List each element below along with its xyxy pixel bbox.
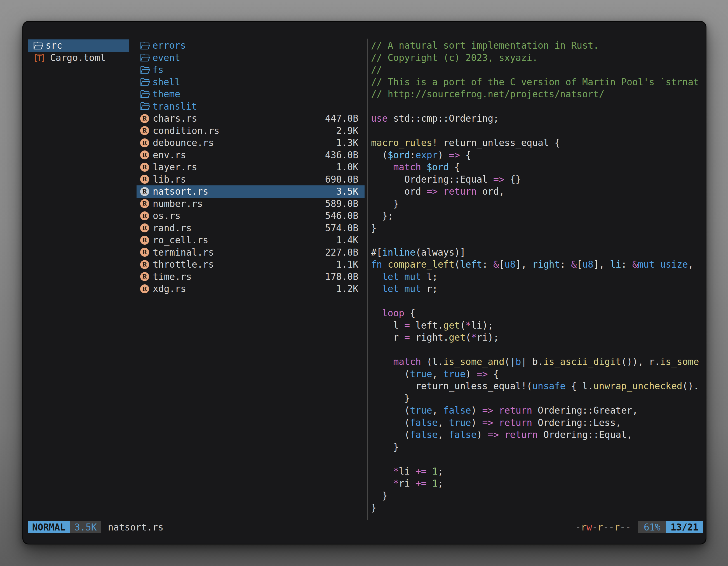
code-line: let mut r;: [371, 283, 704, 295]
folder-name: fs: [152, 64, 164, 75]
folder-row-translit[interactable]: translit: [137, 100, 365, 113]
code-line: //: [371, 64, 704, 76]
code-line: };: [371, 210, 704, 222]
rust-file-icon: R: [140, 260, 149, 269]
file-row-throttle-rs[interactable]: Rthrottle.rs1.1K: [137, 259, 365, 271]
file-row-number-rs[interactable]: Rnumber.rs589.0B: [137, 198, 365, 210]
code-line: // A natural sort implementation in Rust…: [371, 39, 704, 52]
rust-file-icon: R: [140, 114, 149, 123]
rust-file-icon: R: [140, 199, 149, 208]
file-size: 546.0B: [325, 210, 358, 221]
file-size: 2.9K: [336, 125, 358, 136]
file-size: 574.0B: [325, 223, 358, 234]
code-line: [371, 234, 704, 247]
desktop: src[T]Cargo.toml errorseventfsshelltheme…: [0, 0, 728, 566]
file-row-time-rs[interactable]: Rtime.rs178.0B: [137, 271, 365, 283]
code-line: let mut l;: [371, 271, 704, 283]
code-line: ($ord:expr) => {: [371, 149, 704, 161]
file-row-env-rs[interactable]: Renv.rs436.0B: [137, 149, 365, 161]
file-size-badge: 3.5K: [70, 521, 101, 533]
folder-row-shell[interactable]: shell: [137, 76, 365, 88]
scroll-percent-badge: 61%: [638, 521, 666, 533]
pane-divider-right: [367, 39, 368, 520]
file-name: xdg.rs: [153, 283, 186, 294]
code-line: return_unless_equal!(unsafe { l.unwrap_u…: [371, 380, 704, 392]
rust-file-icon: R: [140, 139, 149, 147]
code-line: r = right.get(*ri);: [371, 331, 704, 344]
code-line: use std::cmp::Ordering;: [371, 112, 704, 125]
open-folder-icon: [140, 66, 150, 74]
rust-file-icon: R: [140, 236, 149, 245]
file-size: 436.0B: [325, 150, 358, 161]
file-row-rand-rs[interactable]: Rrand.rs574.0B: [137, 222, 365, 234]
current-pane[interactable]: errorseventfsshellthemetranslitRchars.rs…: [137, 39, 365, 295]
rust-file-icon: R: [140, 175, 149, 184]
rust-file-icon: R: [140, 163, 149, 172]
file-row-chars-rs[interactable]: Rchars.rs447.0B: [137, 112, 365, 125]
folder-name: shell: [152, 77, 180, 88]
code-line: *ri += 1;: [371, 477, 704, 490]
code-line: [371, 125, 704, 137]
file-size: 3.5K: [336, 186, 358, 197]
file-name: rand.rs: [153, 223, 192, 234]
open-folder-icon: [33, 41, 43, 50]
file-row-ro-cell-rs[interactable]: Rro_cell.rs1.4K: [137, 234, 365, 247]
code-line: macro_rules! return_unless_equal {: [371, 137, 704, 149]
pane-divider-left: [132, 39, 132, 520]
code-line: (false, true) => return Ordering::Less,: [371, 417, 704, 429]
code-line: (false, false) => return Ordering::Equal…: [371, 429, 704, 441]
folder-row-errors[interactable]: errors: [137, 39, 365, 52]
parent-item-src[interactable]: src: [28, 39, 129, 52]
status-file-name: natsort.rs: [108, 522, 164, 533]
file-size: 690.0B: [325, 174, 358, 185]
open-folder-icon: [140, 78, 150, 86]
code-line: (true, true) => {: [371, 368, 704, 380]
code-line: [371, 344, 704, 356]
file-name: condition.rs: [153, 125, 219, 136]
file-row-terminal-rs[interactable]: Rterminal.rs227.0B: [137, 247, 365, 259]
code-line: ord => return ord,: [371, 186, 704, 198]
file-row-xdg-rs[interactable]: Rxdg.rs1.2K: [137, 283, 365, 295]
code-line: }: [371, 392, 704, 405]
folder-name: event: [152, 52, 180, 63]
file-row-debounce-rs[interactable]: Rdebounce.rs1.3K: [137, 137, 365, 149]
parent-item-cargo-toml[interactable]: [T]Cargo.toml: [28, 52, 129, 64]
file-row-condition-rs[interactable]: Rcondition.rs2.9K: [137, 125, 365, 137]
file-row-natsort-rs[interactable]: Rnatsort.rs3.5K: [137, 186, 365, 198]
preview-pane[interactable]: // A natural sort implementation in Rust…: [371, 39, 704, 521]
code-line: loop {: [371, 307, 704, 319]
folder-row-theme[interactable]: theme: [137, 88, 365, 100]
code-line: l = left.get(*li);: [371, 319, 704, 332]
code-line: }: [371, 441, 704, 453]
entry-name: src: [46, 40, 62, 51]
file-row-os-rs[interactable]: Ros.rs546.0B: [137, 210, 365, 222]
rust-file-icon: R: [140, 248, 149, 257]
file-size: 589.0B: [325, 198, 358, 209]
code-line: [371, 453, 704, 465]
permissions-text: -rw-r--r--: [575, 522, 631, 533]
file-size: 1.1K: [336, 259, 358, 270]
folder-name: theme: [152, 89, 180, 100]
file-size: 178.0B: [325, 271, 358, 282]
parent-pane[interactable]: src[T]Cargo.toml: [28, 39, 129, 64]
status-bar-right: -rw-r--r-- 61% 13/21: [575, 521, 703, 533]
entry-name: Cargo.toml: [50, 52, 106, 63]
file-name: lib.rs: [153, 174, 186, 185]
rust-file-icon: R: [140, 151, 149, 159]
open-folder-icon: [140, 102, 150, 111]
status-bar-left: NORMAL 3.5K natsort.rs: [28, 521, 163, 533]
file-row-layer-rs[interactable]: Rlayer.rs1.0K: [137, 161, 365, 173]
code-line: // http://sourcefrog.net/projects/natsor…: [371, 88, 704, 100]
file-name: natsort.rs: [153, 186, 208, 197]
folder-row-event[interactable]: event: [137, 52, 365, 64]
code-line: [371, 100, 704, 113]
folder-row-fs[interactable]: fs: [137, 64, 365, 76]
mode-badge: NORMAL: [28, 521, 70, 533]
rust-file-icon: R: [140, 284, 149, 293]
code-line: }: [371, 198, 704, 210]
code-line: match (l.is_some_and(|b| b.is_ascii_digi…: [371, 356, 704, 368]
file-size: 1.4K: [336, 235, 358, 246]
cursor-position-badge: 13/21: [666, 521, 703, 533]
file-row-lib-rs[interactable]: Rlib.rs690.0B: [137, 173, 365, 186]
code-line: fn compare_left(left: &[u8], right: &[u8…: [371, 259, 704, 271]
